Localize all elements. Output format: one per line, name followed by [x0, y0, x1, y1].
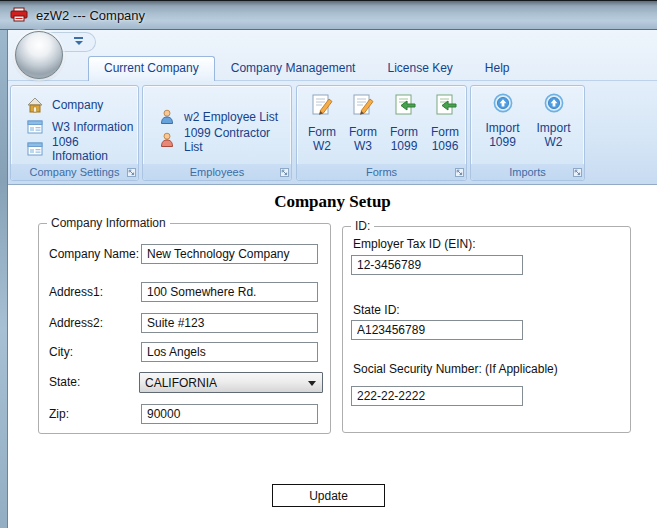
ribbon-item-label: 1096 Infomation — [52, 135, 134, 163]
quick-access-dropdown-icon[interactable] — [74, 37, 83, 45]
ezw2-app-icon — [10, 7, 28, 23]
form-window-icon — [27, 141, 43, 157]
ribbon-group-company-settings: Company W3 Information — [10, 85, 139, 181]
ein-label: Employer Tax ID (EIN): — [353, 237, 475, 251]
ribbon-item-form-w2[interactable]: FormW2 — [302, 91, 342, 153]
tab-help[interactable]: Help — [469, 56, 526, 80]
id-legend: ID: — [351, 219, 374, 233]
state-id-label: State ID: — [353, 303, 400, 317]
company-name-label: Company Name: — [49, 247, 139, 261]
ribbon: Company W3 Information — [8, 80, 657, 185]
form-import-icon — [392, 93, 416, 117]
group-label-company-settings: Company Settings — [11, 164, 138, 180]
dialog-launcher-icon[interactable] — [455, 168, 464, 177]
ribbon-item-1099-contractor-list[interactable]: 1099 Contractor List — [151, 129, 287, 150]
ribbon-item-company[interactable]: Company — [19, 94, 134, 115]
group-label-employees: Employees — [143, 164, 291, 180]
address1-label: Address1: — [49, 285, 103, 299]
state-select-value: CALIFORNIA — [145, 376, 217, 390]
tab-current-company[interactable]: Current Company — [88, 56, 215, 81]
form-import-icon — [433, 93, 457, 117]
id-groupbox: ID: Employer Tax ID (EIN): State ID: Soc… — [342, 226, 631, 433]
city-label: City: — [49, 345, 73, 359]
application-menu-orb[interactable] — [15, 31, 63, 79]
ssn-label: Social Security Number: (If Applicable) — [353, 362, 558, 376]
dialog-launcher-icon[interactable] — [573, 168, 582, 177]
person-red-icon — [159, 132, 175, 148]
ribbon-item-label: W3 Information — [52, 120, 133, 134]
ribbon-item-form-1099[interactable]: Form1099 — [384, 91, 424, 153]
address1-input[interactable] — [141, 282, 318, 302]
ribbon-item-label: w2 Employee List — [184, 110, 278, 124]
form-edit-icon — [351, 93, 375, 117]
ribbon-item-import-1099[interactable]: Import1099 — [480, 91, 525, 149]
ribbon-chrome: Current Company Company Management Licen… — [8, 30, 657, 185]
state-id-input[interactable] — [351, 320, 523, 340]
ribbon-item-form-w3[interactable]: FormW3 — [343, 91, 383, 153]
ribbon-item-1096-information[interactable]: 1096 Infomation — [19, 138, 134, 159]
ribbon-item-form-1096[interactable]: Form1096 — [425, 91, 465, 153]
app-window: ezW2 --- Company Current Company Company… — [0, 0, 657, 528]
ribbon-group-forms: FormW2 FormW3 — [296, 85, 467, 181]
ribbon-item-import-w2[interactable]: ImportW2 — [531, 91, 576, 149]
person-blue-icon — [159, 109, 175, 125]
ribbon-item-label: 1099 Contractor List — [184, 126, 287, 154]
dialog-launcher-icon[interactable] — [280, 168, 289, 177]
city-input[interactable] — [141, 342, 318, 362]
window-title: ezW2 --- Company — [36, 8, 145, 23]
company-name-input[interactable] — [141, 244, 318, 264]
update-button[interactable]: Update — [272, 484, 385, 507]
state-label: State: — [49, 375, 80, 389]
company-information-legend: Company Information — [47, 216, 170, 230]
import-up-icon — [544, 93, 564, 113]
main-content: Company Setup Company Information Compan… — [8, 186, 657, 528]
address2-input[interactable] — [141, 313, 318, 333]
ribbon-group-employees: w2 Employee List 1099 Contractor List Em… — [142, 85, 292, 181]
zip-label: Zip: — [49, 407, 69, 421]
form-window-icon — [27, 119, 43, 135]
tab-license-key[interactable]: License Key — [371, 56, 468, 80]
group-label-imports: Imports — [471, 164, 584, 180]
ribbon-item-label: Company — [52, 98, 103, 112]
building-icon — [27, 97, 43, 113]
ribbon-item-w2-employee-list[interactable]: w2 Employee List — [151, 106, 287, 127]
dialog-launcher-icon[interactable] — [127, 168, 136, 177]
zip-input[interactable] — [141, 404, 318, 424]
state-select[interactable]: CALIFORNIA — [139, 372, 323, 393]
company-information-groupbox: Company Information Company Name: Addres… — [38, 223, 331, 434]
group-label-forms: Forms — [297, 164, 466, 180]
ein-input[interactable] — [351, 255, 523, 275]
ssn-input[interactable] — [351, 386, 523, 406]
address2-label: Address2: — [49, 316, 103, 330]
ribbon-tab-row: Current Company Company Management Licen… — [88, 55, 526, 80]
import-up-icon — [493, 93, 513, 113]
ribbon-group-imports: Import1099 ImportW2 Imports — [470, 85, 585, 181]
window-left-border — [0, 30, 8, 528]
page-title: Company Setup — [8, 192, 657, 212]
chevron-down-icon — [308, 381, 316, 386]
tab-company-management[interactable]: Company Management — [215, 56, 372, 80]
form-edit-icon — [310, 93, 334, 117]
titlebar[interactable]: ezW2 --- Company — [0, 0, 657, 30]
